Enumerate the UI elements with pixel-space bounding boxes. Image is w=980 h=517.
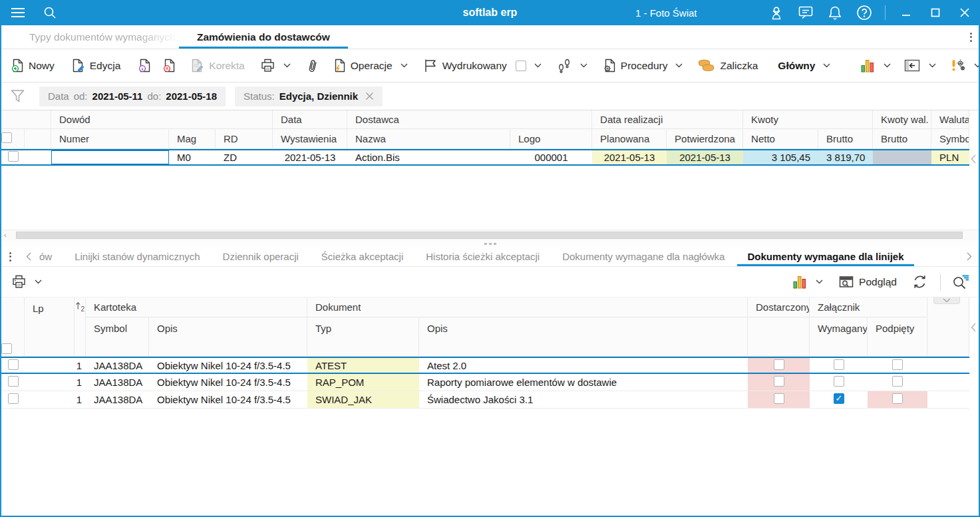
operations-button[interactable]: Operacje xyxy=(333,59,408,73)
col-potwierdzona[interactable]: Potwierdzona xyxy=(667,129,743,149)
close-button[interactable] xyxy=(955,3,975,23)
maximize-button[interactable] xyxy=(925,3,945,23)
group-dostarczony[interactable]: Dostarczony xyxy=(748,297,810,317)
cell-potwierdzona[interactable]: 2021-05-13 xyxy=(667,149,743,166)
group-kwoty[interactable]: Kwoty xyxy=(743,110,873,129)
cell-symbol[interactable]: PLN xyxy=(931,149,969,166)
col-symbol[interactable]: Symbol xyxy=(86,317,149,357)
cell-dokument-opis[interactable]: Raporty pomiarowe elementów w dostawie xyxy=(419,374,748,391)
detail-analysis-button[interactable] xyxy=(792,275,823,289)
scroll-left-arrow-icon[interactable]: ‹ xyxy=(4,231,7,239)
tab-scroll-right-icon[interactable] xyxy=(961,247,977,266)
filter-chip-data[interactable]: Data od: 2021-05-11 do: 2021-05-18 xyxy=(39,86,226,106)
collapse-panel-icon[interactable] xyxy=(933,297,960,304)
cell-brutto-wal[interactable] xyxy=(873,149,931,166)
cell-typ[interactable]: ATEST xyxy=(307,357,419,374)
cell-lp[interactable]: 1 xyxy=(25,357,86,374)
tab-overflow-menu-icon[interactable] xyxy=(970,31,972,43)
chat-icon[interactable] xyxy=(796,3,816,23)
wymagany-checkbox[interactable] xyxy=(834,376,844,387)
podpiety-checkbox[interactable] xyxy=(892,376,903,387)
dostarczony-checkbox[interactable] xyxy=(774,376,784,387)
new-button[interactable]: Nowy xyxy=(11,59,55,73)
tab-sciezka-akceptacji[interactable]: Ścieżka akceptacji xyxy=(310,247,414,266)
row-checkbox[interactable] xyxy=(8,376,19,387)
tab-dziennik-operacji[interactable]: Dziennik operacji xyxy=(212,247,310,266)
detail-advanced-search-button[interactable] xyxy=(951,273,969,290)
cell-opis[interactable]: Obiektyw Nikel 10-24 f/3.5-4.5 xyxy=(149,374,307,391)
advance-payment-button[interactable]: Zaliczka xyxy=(697,59,758,72)
doc-row[interactable]: 1 JAA138DA Obiektyw Nikel 10-24 f/3.5-4.… xyxy=(1,391,969,409)
tab-linijki-stanow[interactable]: Linijki stanów dynamicznych xyxy=(63,247,211,266)
scrollbar-thumb[interactable] xyxy=(16,232,963,239)
funnel-icon[interactable] xyxy=(9,88,26,104)
analysis-button[interactable] xyxy=(860,59,891,73)
col-opis-dokument[interactable]: Opis xyxy=(419,317,748,357)
preview-button[interactable]: Podgląd xyxy=(839,275,897,289)
cell-dokument-opis[interactable]: Atest 2.0 xyxy=(419,357,748,374)
tab-truncated[interactable]: ów xyxy=(37,247,63,266)
select-all-checkbox[interactable] xyxy=(1,343,12,354)
group-data[interactable]: Data xyxy=(273,110,347,129)
view-selector[interactable]: Główny xyxy=(778,60,830,72)
dostarczony-checkbox[interactable] xyxy=(774,393,784,404)
tab-zamowienia-do-dostawcow[interactable]: Zamówienia do dostawców xyxy=(179,25,348,49)
delete-document-button[interactable] xyxy=(163,59,176,73)
edit-button[interactable]: Edycja xyxy=(71,59,121,73)
print-button[interactable] xyxy=(260,59,291,73)
tab-dokumenty-linijek[interactable]: Dokumenty wymagane dla linijek xyxy=(736,247,915,266)
wymagany-checkbox[interactable] xyxy=(834,359,844,370)
cell-wystawienia[interactable]: 2021-05-13 xyxy=(273,149,347,166)
cell-dokument-opis[interactable]: Świadectwo Jakości 3.1 xyxy=(419,391,748,409)
remove-filter-icon[interactable] xyxy=(365,92,374,100)
podpiety-checkbox[interactable] xyxy=(892,393,903,404)
col-lp[interactable]: Lp xyxy=(25,297,75,357)
collapse-columns-icon[interactable] xyxy=(971,323,976,332)
group-dostawca[interactable]: Dostawca xyxy=(347,110,592,129)
col-mag[interactable]: Mag xyxy=(169,129,216,149)
group-waluta[interactable]: Waluta xyxy=(931,110,969,129)
col-typ[interactable]: Typ xyxy=(307,317,419,357)
order-row[interactable]: M0 ZD 2021-05-13 Action.Bis 000001 2021-… xyxy=(1,149,969,166)
cell-logo[interactable]: 000001 xyxy=(510,149,592,166)
col-opis-kartoteka[interactable]: Opis xyxy=(149,317,307,357)
cell-mag[interactable]: M0 xyxy=(169,149,216,166)
bell-icon[interactable] xyxy=(825,3,845,23)
col-wystawienia[interactable]: Wystawienia xyxy=(273,129,347,149)
col-numer[interactable]: Numer xyxy=(51,129,169,149)
side-panel-button[interactable] xyxy=(904,59,936,73)
tab-typy-dokumentow[interactable]: Typy dokumentów wymaganych xyxy=(11,25,179,49)
row-checkbox[interactable] xyxy=(8,359,19,370)
cell-opis[interactable]: Obiektyw Nikel 10-24 f/3.5-4.5 xyxy=(149,391,307,409)
menu-icon[interactable] xyxy=(8,3,28,23)
horizontal-scrollbar[interactable]: ‹ xyxy=(1,230,979,240)
cell-planowana[interactable]: 2021-05-13 xyxy=(592,149,667,166)
info-document-button[interactable] xyxy=(138,59,151,73)
company-selector[interactable]: 1 - Foto Świat xyxy=(635,0,780,25)
select-all-checkbox[interactable] xyxy=(1,132,12,143)
cell-brutto[interactable]: 3 819,70 xyxy=(818,149,873,166)
filter-chip-status[interactable]: Status: Edycja, Dziennik xyxy=(235,86,383,106)
attachment-button[interactable] xyxy=(309,59,317,73)
col-nazwa[interactable]: Nazwa xyxy=(347,129,510,149)
cell-opis[interactable]: Obiektyw Nikel 10-24 f/3.5-4.5 xyxy=(149,357,307,374)
cell-lp[interactable]: 1 xyxy=(25,391,86,409)
wymagany-checkbox[interactable] xyxy=(834,393,844,404)
cell-netto[interactable]: 3 105,45 xyxy=(743,149,818,166)
cell-symbol[interactable]: JAA138DA xyxy=(86,357,149,374)
col-wymagany[interactable]: Wymagany xyxy=(810,317,868,357)
col-brutto-wal[interactable]: Brutto xyxy=(873,129,931,149)
collapse-columns-icon[interactable] xyxy=(971,154,976,164)
procedures-button[interactable]: Procedury xyxy=(603,59,683,73)
user-icon[interactable] xyxy=(766,3,786,23)
panel-splitter[interactable] xyxy=(1,240,979,247)
cell-rd[interactable]: ZD xyxy=(216,149,273,166)
help-icon[interactable] xyxy=(854,3,874,23)
cell-typ[interactable]: SWIAD_JAK xyxy=(307,391,419,409)
group-dokument[interactable]: Dokument xyxy=(307,297,748,317)
col-rd[interactable]: RD xyxy=(216,129,273,149)
group-data-realizacji[interactable]: Data realizacji xyxy=(592,110,743,129)
podpiety-checkbox[interactable] xyxy=(892,359,903,370)
col-planowana[interactable]: Planowana xyxy=(592,129,667,149)
col-podpiety[interactable]: Podpięty xyxy=(868,317,927,357)
